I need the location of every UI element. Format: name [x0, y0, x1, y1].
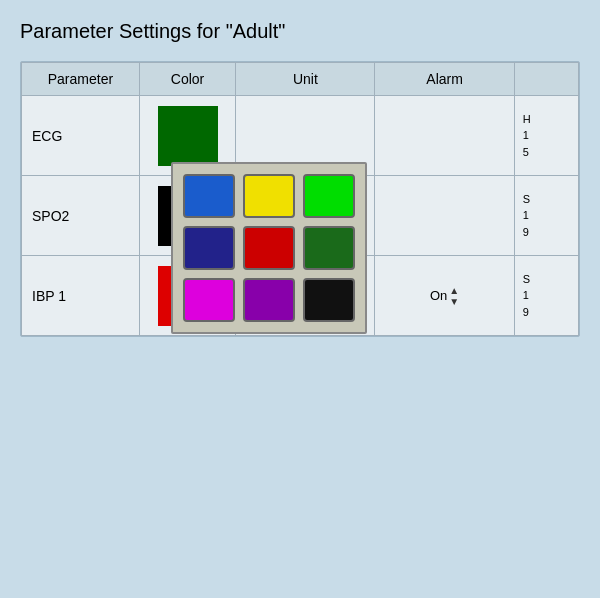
ecg-param-name: ECG [22, 96, 140, 176]
page-container: Parameter Settings for "Adult" Parameter… [0, 0, 600, 598]
col-header-extra [514, 63, 578, 96]
spo2-alarm-cell [375, 176, 514, 256]
col-header-unit: Unit [236, 63, 375, 96]
color-picker-popup[interactable] [171, 162, 367, 334]
spo2-param-name: SPO2 [22, 176, 140, 256]
col-header-alarm: Alarm [375, 63, 514, 96]
color-grid [183, 174, 355, 322]
color-option-yellow[interactable] [243, 174, 295, 218]
ecg-color-swatch[interactable] [158, 106, 218, 166]
color-option-blue[interactable] [183, 174, 235, 218]
color-option-green-bright[interactable] [303, 174, 355, 218]
color-option-navy[interactable] [183, 226, 235, 270]
col-header-parameter: Parameter [22, 63, 140, 96]
alarm-value: On [430, 288, 447, 303]
color-option-dark-green[interactable] [303, 226, 355, 270]
color-option-red[interactable] [243, 226, 295, 270]
page-title: Parameter Settings for "Adult" [20, 20, 580, 43]
alarm-spinner-arrows[interactable]: ▲ ▼ [449, 285, 459, 307]
ecg-alarm-cell [375, 96, 514, 176]
color-option-purple[interactable] [243, 278, 295, 322]
alarm-arrow-up[interactable]: ▲ [449, 285, 459, 296]
alarm-spinner[interactable]: On ▲ ▼ [381, 285, 507, 307]
ibp1-alarm-cell[interactable]: On ▲ ▼ [375, 256, 514, 336]
color-option-magenta[interactable] [183, 278, 235, 322]
spo2-extra-cell: S19 [514, 176, 578, 256]
ibp1-extra-cell: S19 [514, 256, 578, 336]
ecg-extra-cell: H15 [514, 96, 578, 176]
alarm-arrow-down[interactable]: ▼ [449, 296, 459, 307]
table-wrapper: Parameter Color Unit Alarm ECG [20, 61, 580, 337]
color-option-black[interactable] [303, 278, 355, 322]
col-header-color: Color [139, 63, 235, 96]
ibp1-param-name: IBP 1 [22, 256, 140, 336]
